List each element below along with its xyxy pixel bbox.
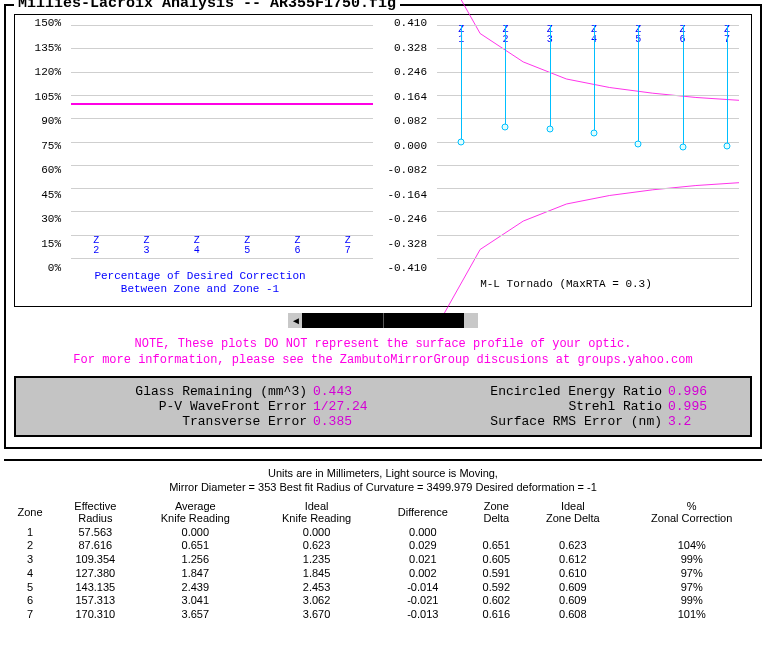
column-header: IdealKnife Reading — [256, 499, 377, 525]
table-row: 287.6160.6510.6230.0290.6510.623104% — [4, 539, 762, 553]
strehl-label: Strehl Ratio — [383, 399, 668, 414]
tornado-chart: -0.410-0.328-0.246-0.164-0.0820.0000.082… — [389, 23, 743, 298]
bar-zone: Z6 — [280, 236, 314, 258]
charts-panel: 0%15%30%45%60%75%90%105%120%135%150% Z2Z… — [14, 14, 752, 307]
glass-remaining-value: 0.443 — [313, 384, 383, 399]
tornado-caption: M-L Tornado (MaxRTA = 0.3) — [389, 278, 743, 290]
bar-plot-region: Z2Z3Z4Z5Z6Z7 — [71, 25, 373, 258]
transverse-label: Transverse Error — [28, 414, 313, 429]
bar-caption: Percentage of Desired Correction Between… — [23, 270, 377, 296]
tornado-plot-region: Z1Z2Z3Z4Z5Z6Z7 — [437, 25, 739, 258]
encircled-label: Encircled Energy Ratio — [383, 384, 668, 399]
table-row: 6157.3133.0413.062-0.0210.6020.60999% — [4, 594, 762, 608]
table-body: 157.5630.0000.0000.000287.6160.6510.6230… — [4, 526, 762, 622]
column-header: %Zonal Correction — [621, 499, 762, 525]
transverse-value: 0.385 — [313, 414, 383, 429]
column-header: AverageKnife Reading — [135, 499, 256, 525]
analysis-frame: Millies-Lacroix Analysis -- AR355F1750.f… — [4, 4, 762, 449]
bar-caption-line1: Percentage of Desired Correction — [94, 270, 305, 282]
column-header: EffectiveRadius — [56, 499, 135, 525]
scroll-left-arrow-icon[interactable]: ◄ — [291, 315, 301, 326]
frame-title: Millies-Lacroix Analysis -- AR355F1750.f… — [14, 0, 400, 12]
note-line1: NOTE, These plots DO NOT represent the s… — [135, 337, 632, 351]
column-header: Zone — [4, 499, 56, 525]
units-line: Units are in Millimeters, Light source i… — [4, 467, 762, 479]
bar-y-axis: 0%15%30%45%60%75%90%105%120%135%150% — [23, 23, 65, 268]
glass-remaining-label: Glass Remaining (mm^3) — [28, 384, 313, 399]
strehl-value: 0.995 — [668, 399, 738, 414]
zone-data-table: ZoneEffectiveRadiusAverageKnife ReadingI… — [4, 499, 762, 621]
note-text: NOTE, These plots DO NOT represent the s… — [18, 336, 748, 368]
table-row: 3109.3541.2561.2350.0210.6050.61299% — [4, 553, 762, 567]
table-row: 157.5630.0000.0000.000 — [4, 526, 762, 540]
pv-wavefront-label: P-V WaveFront Error — [28, 399, 313, 414]
table-header-row: ZoneEffectiveRadiusAverageKnife ReadingI… — [4, 499, 762, 525]
column-header: ZoneDelta — [468, 499, 524, 525]
column-header: Difference — [377, 499, 468, 525]
pv-wavefront-value: 1/27.24 — [313, 399, 383, 414]
bar-zone: Z2 — [79, 236, 113, 258]
scroll-right-arrow-icon[interactable]: ► — [465, 315, 475, 326]
bar-zone: Z5 — [230, 236, 264, 258]
bar-zone: Z4 — [180, 236, 214, 258]
horizontal-scrollbar[interactable]: ◄ ► — [288, 313, 478, 328]
table-row: 7170.3103.6573.670-0.0130.6160.608101% — [4, 608, 762, 622]
bar-zone: Z3 — [129, 236, 163, 258]
column-header: IdealZone Delta — [524, 499, 621, 525]
rms-label: Surface RMS Error (nm) — [383, 414, 668, 429]
params-line: Mirror Diameter = 353 Best fit Radius of… — [4, 481, 762, 493]
bar-chart: 0%15%30%45%60%75%90%105%120%135%150% Z2Z… — [23, 23, 377, 298]
bar-zone: Z7 — [331, 236, 365, 258]
note-line2: For more information, please see the Zam… — [73, 353, 692, 367]
divider — [4, 459, 762, 461]
rms-value: 3.2 — [668, 414, 738, 429]
table-row: 5143.1352.4392.453-0.0140.5920.60997% — [4, 581, 762, 595]
stats-panel: Glass Remaining (mm^3)0.443 Encircled En… — [14, 376, 752, 437]
table-row: 4127.3801.8471.8450.0020.5910.61097% — [4, 567, 762, 581]
tornado-y-axis: -0.410-0.328-0.246-0.164-0.0820.0000.082… — [389, 23, 431, 268]
bar-caption-line2: Between Zone and Zone -1 — [121, 283, 279, 295]
encircled-value: 0.996 — [668, 384, 738, 399]
